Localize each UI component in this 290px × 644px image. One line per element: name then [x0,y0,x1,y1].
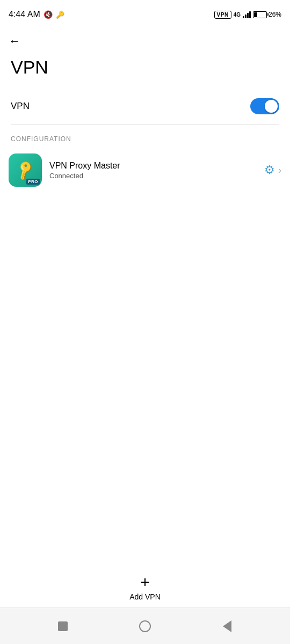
bar2 [245,14,247,18]
vpn-toggle-switch[interactable] [250,98,279,114]
config-app-name: VPN Proxy Master [49,161,257,171]
vpn-toggle-row: VPN [0,89,290,124]
pro-badge: PRO [26,179,40,185]
status-right: VPN 4G 26% [214,11,281,19]
status-time: 4:44 AM [9,10,40,19]
battery-icon [253,11,267,18]
nav-triangle-icon [223,620,231,632]
nav-home-button[interactable] [137,618,153,634]
config-status: Connected [49,172,257,180]
configuration-section-label: CONFIGURATION [0,125,290,147]
nav-back-button[interactable] [219,618,235,634]
vpn-key-icon: 🔑 [13,159,37,182]
vpn-toggle-label: VPN [11,101,30,112]
chevron-right-icon: › [278,165,281,176]
bar1 [243,16,244,18]
battery-fill [254,12,257,17]
add-vpn-button[interactable]: + Add VPN [129,574,161,601]
signal-bars [243,11,251,18]
add-vpn-label: Add VPN [129,592,161,601]
back-arrow-icon: ← [9,35,20,47]
mute-icon: 🔇 [44,10,53,19]
gear-icon[interactable]: ⚙ [264,163,275,177]
nav-square-icon [58,621,68,631]
status-bar: 4:44 AM 🔇 🔑 VPN 4G 26% [0,0,290,28]
vpn-config-item[interactable]: 🔑 PRO VPN Proxy Master Connected ⚙ › [0,147,290,193]
nav-circle-icon [139,620,151,632]
config-text: VPN Proxy Master Connected [49,161,257,180]
toggle-knob [265,100,278,113]
add-icon: + [140,574,150,590]
config-actions: ⚙ › [264,163,281,177]
page-title: VPN [0,53,290,89]
nav-recents-button[interactable] [55,618,71,634]
battery-container: 26% [253,11,281,18]
bar4 [249,11,251,18]
vpn-status-badge: VPN [214,11,231,19]
nav-bar [0,608,290,644]
app-icon: 🔑 PRO [9,153,42,187]
back-button[interactable]: ← [0,30,290,53]
battery-percent: 26% [269,11,281,18]
4g-icon: 4G [234,12,241,18]
key-status-icon: 🔑 [56,11,64,19]
bar3 [247,13,249,18]
